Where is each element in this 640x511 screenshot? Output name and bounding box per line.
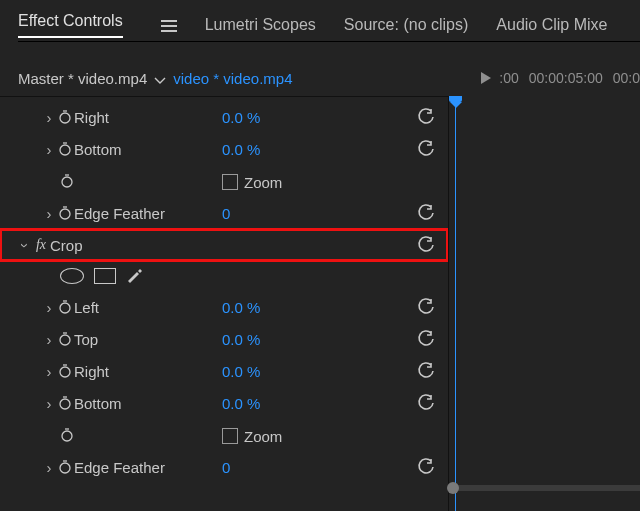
stopwatch-icon[interactable] [56,394,74,412]
property-row[interactable]: Zoom [0,419,448,451]
reset-icon[interactable] [418,458,434,477]
property-value[interactable]: 0.0 % [222,141,260,158]
timecode: 00:00:05:00 [529,70,603,86]
master-clip-name[interactable]: Master * video.mp4 [18,70,147,87]
stopwatch-icon[interactable] [56,108,74,126]
tab-divider [18,41,640,42]
property-value[interactable]: 0.0 % [222,331,260,348]
panel-tab-bar: Effect Controls Lumetri Scopes Source: (… [0,0,640,42]
reset-icon[interactable] [418,140,434,159]
tab-lumetri-scopes[interactable]: Lumetri Scopes [205,16,316,34]
playhead[interactable] [455,96,456,511]
tab-source[interactable]: Source: (no clips) [344,16,469,34]
property-value[interactable]: 0.0 % [222,395,260,412]
tab-audio-mixer[interactable]: Audio Clip Mixe [496,16,607,34]
chevron-right-icon[interactable]: › [42,109,56,126]
stopwatch-icon[interactable] [56,458,74,476]
property-row[interactable]: › Right 0.0 % [0,101,448,133]
mask-ellipse-icon[interactable] [60,268,84,284]
chevron-right-icon[interactable]: › [42,331,56,348]
property-row[interactable]: › Top 0.0 % [0,323,448,355]
timeline-area[interactable] [448,96,640,511]
svg-point-10 [60,209,70,219]
stopwatch-icon[interactable] [56,330,74,348]
property-value[interactable]: 0.0 % [222,109,260,126]
property-label: Edge Feather [74,205,165,222]
property-value[interactable]: 0 [222,205,230,222]
stopwatch-icon[interactable] [58,426,76,444]
reset-icon[interactable] [418,330,434,349]
stopwatch-icon[interactable] [56,204,74,222]
reset-icon[interactable] [418,298,434,317]
property-row[interactable]: › Left 0.0 % [0,291,448,323]
property-label: Left [74,299,99,316]
reset-icon[interactable] [418,204,434,223]
mask-shape-tools [0,261,448,291]
property-row[interactable]: › Bottom 0.0 % [0,133,448,165]
panel-menu-icon[interactable] [161,16,177,34]
property-row[interactable]: › Bottom 0.0 % [0,387,448,419]
property-label: Right [74,363,109,380]
chevron-right-icon[interactable]: › [42,459,56,476]
property-label: Top [74,331,98,348]
zoom-checkbox[interactable]: Zoom [222,172,282,191]
chevron-right-icon[interactable]: › [42,205,56,222]
svg-marker-3 [481,72,491,84]
timeline-scrollbar[interactable] [449,485,640,491]
time-ruler[interactable]: :00 00:00:05:00 00:0 [499,70,640,86]
property-row[interactable]: › Right 0.0 % [0,355,448,387]
svg-point-12 [60,303,70,313]
property-value[interactable]: 0 [222,459,230,476]
zoom-checkbox[interactable]: Zoom [222,426,282,445]
mask-rect-icon[interactable] [94,268,116,284]
clip-name[interactable]: video * video.mp4 [173,70,292,87]
timeline-playhead-icon[interactable] [481,70,491,87]
effect-header-crop[interactable]: › fx Crop [0,229,448,261]
svg-point-6 [60,145,70,155]
effect-controls-tree: › Right 0.0 % › Bottom 0.0 % Zoom › E [0,96,448,511]
reset-icon[interactable] [418,394,434,413]
property-row[interactable]: › Edge Feather 0 [0,197,448,229]
reset-icon[interactable] [418,108,434,127]
chevron-right-icon[interactable]: › [42,299,56,316]
svg-point-8 [62,177,72,187]
chevron-down-icon[interactable] [155,70,165,87]
effect-title: Crop [50,237,83,254]
chevron-right-icon[interactable]: › [42,363,56,380]
property-label: Bottom [74,395,122,412]
stopwatch-icon[interactable] [56,298,74,316]
timeline-scroll-thumb[interactable] [447,482,459,494]
chevron-down-icon[interactable]: › [17,238,34,252]
stopwatch-icon[interactable] [56,140,74,158]
tab-effect-controls[interactable]: Effect Controls [18,12,123,30]
chevron-right-icon[interactable]: › [42,141,56,158]
svg-point-18 [60,399,70,409]
property-row[interactable]: Zoom [0,165,448,197]
stopwatch-icon[interactable] [56,362,74,380]
property-value[interactable]: 0.0 % [222,299,260,316]
svg-point-20 [62,431,72,441]
chevron-right-icon[interactable]: › [42,395,56,412]
property-label: Bottom [74,141,122,158]
svg-point-16 [60,367,70,377]
property-value[interactable]: 0.0 % [222,363,260,380]
property-label: Right [74,109,109,126]
svg-point-4 [60,113,70,123]
reset-icon[interactable] [418,236,434,255]
svg-point-22 [60,463,70,473]
property-label: Edge Feather [74,459,165,476]
svg-point-14 [60,335,70,345]
property-row[interactable]: › Edge Feather 0 [0,451,448,483]
mask-pen-icon[interactable] [126,267,142,286]
stopwatch-icon[interactable] [58,172,76,190]
reset-icon[interactable] [418,362,434,381]
fx-icon[interactable]: fx [32,236,50,254]
timecode: :00 [499,70,518,86]
timecode: 00:0 [613,70,640,86]
